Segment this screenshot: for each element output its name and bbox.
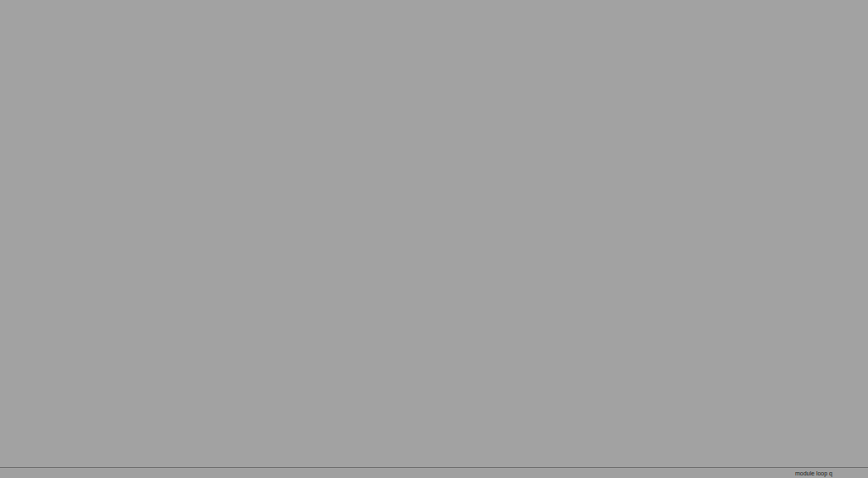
track-name-status: module loop q (795, 470, 832, 476)
ableton-live-window: module loop q (0, 0, 868, 478)
status-bar: module loop q (0, 467, 868, 478)
